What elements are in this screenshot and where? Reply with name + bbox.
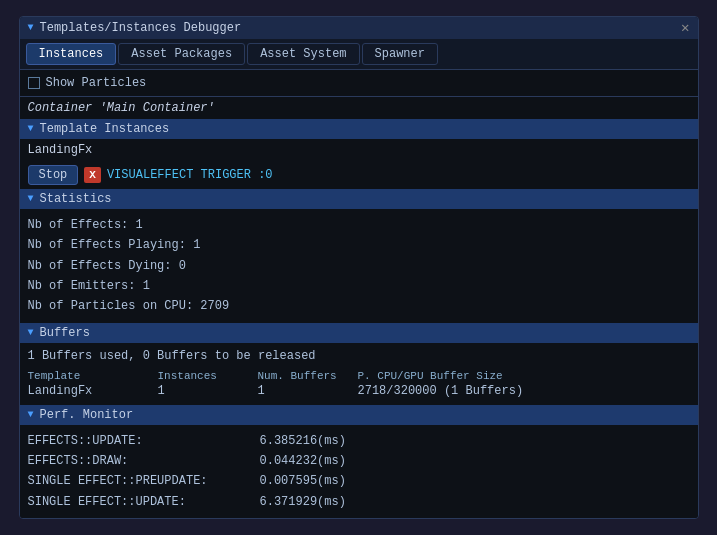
statistics-content: Nb of Effects: 1 Nb of Effects Playing: … [20,209,698,323]
buffers-arrow-icon: ▼ [28,327,34,338]
buffer-row: LandingFx 1 1 2718/320000 (1 Buffers) [28,383,690,399]
perf-val-2: 0.007595(ms) [260,471,346,491]
perf-key-3: SINGLE EFFECT::UPDATE: [28,492,248,512]
buffers-section-label: Buffers [40,326,90,340]
window-title: Templates/Instances Debugger [40,21,242,35]
perf-val-3: 6.371929(ms) [260,492,346,512]
stop-button[interactable]: Stop [28,165,79,185]
instance-controls: Stop X VISUALEFFECT TRIGGER :0 [20,161,698,189]
stat-row-0: Nb of Effects: 1 [28,215,690,235]
stat-row-4: Nb of Particles on CPU: 2709 [28,296,690,316]
container-name: 'Main Container' [100,101,215,115]
main-window: ▼ Templates/Instances Debugger ✕ Instanc… [19,16,699,520]
buffer-num-val: 1 [258,383,358,399]
buffer-size-val: 2718/320000 (1 Buffers) [358,383,690,399]
perf-key-0: EFFECTS::UPDATE: [28,431,248,451]
col-buffer-size: P. CPU/GPU Buffer Size [358,369,690,383]
perf-key-2: SINGLE EFFECT::PREUPDATE: [28,471,248,491]
col-num-buffers: Num. Buffers [258,369,358,383]
window-icon: ▼ [28,22,34,33]
template-section-header[interactable]: ▼ Template Instances [20,119,698,139]
buffers-summary: 1 Buffers used, 0 Buffers to be released [28,349,690,363]
tab-asset-packages[interactable]: Asset Packages [118,43,245,65]
show-particles-label: Show Particles [46,76,147,90]
perf-row-1: EFFECTS::DRAW: 0.044232(ms) [28,451,690,471]
titlebar: ▼ Templates/Instances Debugger ✕ [20,17,698,39]
buffers-section-header[interactable]: ▼ Buffers [20,323,698,343]
tab-spawner[interactable]: Spawner [362,43,438,65]
buffer-template-name: LandingFx [28,383,158,399]
tab-asset-system[interactable]: Asset System [247,43,359,65]
col-template: Template [28,369,158,383]
statistics-section-label: Statistics [40,192,112,206]
close-button[interactable]: ✕ [681,21,689,35]
stat-row-2: Nb of Effects Dying: 0 [28,256,690,276]
perf-section-label: Perf. Monitor [40,408,134,422]
buffers-content: 1 Buffers used, 0 Buffers to be released… [20,343,698,405]
perf-row-3: SINGLE EFFECT::UPDATE: 6.371929(ms) [28,492,690,512]
perf-content: EFFECTS::UPDATE: 6.385216(ms) EFFECTS::D… [20,425,698,519]
perf-val-0: 6.385216(ms) [260,431,346,451]
instance-name: LandingFx [20,139,698,161]
stat-row-1: Nb of Effects Playing: 1 [28,235,690,255]
stat-row-3: Nb of Emitters: 1 [28,276,690,296]
show-particles-checkbox[interactable] [28,77,40,89]
tab-bar: Instances Asset Packages Asset System Sp… [20,39,698,70]
x-button[interactable]: X [84,167,101,183]
template-section-label: Template Instances [40,122,170,136]
tab-instances[interactable]: Instances [26,43,117,65]
perf-row-2: SINGLE EFFECT::PREUPDATE: 0.007595(ms) [28,471,690,491]
col-instances: Instances [158,369,258,383]
template-arrow-icon: ▼ [28,123,34,134]
perf-section-header[interactable]: ▼ Perf. Monitor [20,405,698,425]
buffer-instances-val: 1 [158,383,258,399]
perf-key-1: EFFECTS::DRAW: [28,451,248,471]
titlebar-left: ▼ Templates/Instances Debugger [28,21,242,35]
show-particles-section: Show Particles [20,70,698,96]
container-label: Container 'Main Container' [20,97,698,119]
perf-val-1: 0.044232(ms) [260,451,346,471]
perf-arrow-icon: ▼ [28,409,34,420]
statistics-section-header[interactable]: ▼ Statistics [20,189,698,209]
trigger-label: VISUALEFFECT TRIGGER :0 [107,168,273,182]
buffer-table: Template Instances Num. Buffers P. CPU/G… [28,369,690,399]
statistics-arrow-icon: ▼ [28,193,34,204]
perf-row-0: EFFECTS::UPDATE: 6.385216(ms) [28,431,690,451]
